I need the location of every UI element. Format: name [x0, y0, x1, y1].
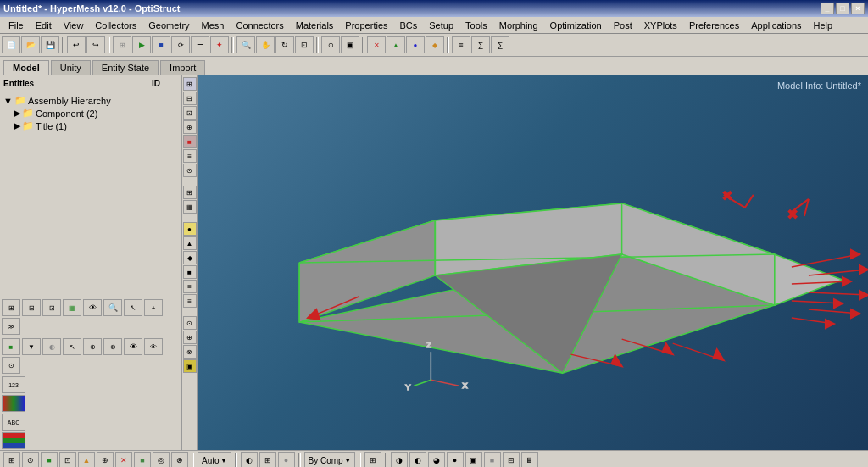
- menu-setup[interactable]: Setup: [424, 19, 459, 31]
- bt-btn-13[interactable]: ●: [278, 452, 295, 467]
- menu-xyplots[interactable]: XYPlots: [639, 19, 682, 31]
- bt-btn-14[interactable]: ⊞: [364, 452, 381, 467]
- panel-btn-e[interactable]: ⊕: [83, 338, 102, 355]
- menu-bcs[interactable]: BCs: [395, 19, 423, 31]
- menu-morphing[interactable]: Morphing: [494, 19, 543, 31]
- surf-btn-t[interactable]: ◆: [426, 36, 444, 53]
- side-icon-6[interactable]: ≡: [183, 149, 197, 163]
- menu-applications[interactable]: Applications: [746, 19, 806, 31]
- bt-btn-19[interactable]: ▣: [465, 452, 482, 467]
- rotate-btn[interactable]: ↻: [275, 36, 294, 53]
- menu-post[interactable]: Post: [609, 19, 637, 31]
- panel-btn-a[interactable]: ■: [2, 338, 20, 355]
- panel-btn-f[interactable]: ⊗: [103, 338, 122, 355]
- element-btn[interactable]: ▲: [387, 36, 405, 53]
- panel-btn-8[interactable]: ≫: [2, 318, 20, 335]
- view-btn-2[interactable]: ▣: [341, 36, 359, 53]
- panel-btn-g[interactable]: 👁: [124, 338, 142, 355]
- bt-btn-16[interactable]: ◐: [409, 452, 426, 467]
- panel-btn-b[interactable]: ▼: [22, 338, 41, 355]
- panel-btn-7[interactable]: +: [144, 299, 163, 316]
- menu-help[interactable]: Help: [809, 19, 838, 31]
- side-icon-9[interactable]: ▦: [183, 200, 197, 214]
- bt-btn-1[interactable]: ⊞: [3, 452, 20, 467]
- menu-mesh[interactable]: Mesh: [197, 19, 230, 31]
- panel-btn-1[interactable]: ⊞: [2, 299, 20, 316]
- component-btn[interactable]: ●: [406, 36, 425, 53]
- menu-properties[interactable]: Properties: [340, 19, 392, 31]
- maximize-button[interactable]: □: [836, 3, 849, 14]
- tool-btn-6[interactable]: ✦: [210, 36, 229, 53]
- panel-btn-3[interactable]: ⊡: [42, 299, 61, 316]
- tool-btn-4[interactable]: ⟳: [171, 36, 190, 53]
- extra-btn-1[interactable]: ≡: [452, 36, 470, 53]
- bycomp-dropdown[interactable]: By Comp ▼: [304, 452, 355, 467]
- side-icon-14[interactable]: ≡: [183, 280, 197, 293]
- bt-btn-7[interactable]: ✕: [115, 452, 132, 467]
- tree-item-component[interactable]: ▶ 📁 Component (2): [12, 107, 179, 120]
- menu-optimization[interactable]: Optimization: [545, 19, 607, 31]
- menu-connectors[interactable]: Connectors: [231, 19, 288, 31]
- bt-btn-monitor[interactable]: 🖥: [521, 452, 538, 467]
- menu-edit[interactable]: Edit: [31, 19, 57, 31]
- panel-btn-i[interactable]: ⊙: [2, 357, 20, 374]
- undo-button[interactable]: ↩: [67, 36, 86, 53]
- viewport[interactable]: Model Info: Untitled* 1CAE.COM: [198, 75, 868, 450]
- tool-btn-2[interactable]: ▶: [132, 36, 151, 53]
- bt-btn-9[interactable]: ◎: [153, 452, 170, 467]
- side-icon-16[interactable]: ⊙: [183, 316, 197, 330]
- side-icon-10[interactable]: ●: [183, 222, 197, 236]
- menu-materials[interactable]: Materials: [291, 19, 339, 31]
- zoom-btn[interactable]: 🔍: [236, 36, 255, 53]
- side-icon-15[interactable]: ≡: [183, 294, 197, 308]
- side-icon-13[interactable]: ■: [183, 265, 197, 279]
- tree-item-assembly[interactable]: ▼ 📁 Assembly Hierarchy: [2, 94, 179, 107]
- open-button[interactable]: 📂: [21, 36, 40, 53]
- side-icon-18[interactable]: ⊗: [183, 345, 197, 359]
- menu-collectors[interactable]: Collectors: [90, 19, 142, 31]
- side-icon-17[interactable]: ⊕: [183, 331, 197, 344]
- bt-btn-15[interactable]: ◑: [391, 452, 408, 467]
- panel-btn-5[interactable]: 👁: [83, 299, 102, 316]
- fit-btn[interactable]: ⊡: [295, 36, 314, 53]
- panel-btn-d[interactable]: ↖: [63, 338, 81, 355]
- bt-btn-5[interactable]: ▲: [78, 452, 95, 467]
- bt-btn-11[interactable]: ◐: [241, 452, 258, 467]
- bt-btn-3[interactable]: ■: [41, 452, 58, 467]
- panel-btn-2[interactable]: ⊟: [22, 299, 41, 316]
- side-btn-colored[interactable]: [2, 395, 25, 412]
- bt-btn-8[interactable]: ■: [134, 452, 151, 467]
- tool-btn-1[interactable]: ⊞: [113, 36, 131, 53]
- tab-model[interactable]: Model: [3, 60, 49, 75]
- bt-btn-18[interactable]: ●: [447, 452, 464, 467]
- menu-tools[interactable]: Tools: [460, 19, 492, 31]
- bt-btn-2[interactable]: ⊙: [22, 452, 39, 467]
- menu-view[interactable]: View: [58, 19, 89, 31]
- bt-btn-20[interactable]: ■: [484, 452, 501, 467]
- close-button[interactable]: ×: [851, 3, 865, 14]
- save-button[interactable]: 💾: [41, 36, 59, 53]
- panel-btn-4[interactable]: ▦: [63, 299, 81, 316]
- auto-dropdown[interactable]: Auto ▼: [198, 452, 231, 467]
- panel-btn-c[interactable]: ◐: [42, 338, 61, 355]
- bt-btn-21[interactable]: ⊟: [503, 452, 520, 467]
- panel-btn-cursor[interactable]: ↖: [124, 299, 142, 316]
- side-icon-4[interactable]: ⊕: [183, 120, 197, 134]
- side-icon-1[interactable]: ⊞: [183, 77, 197, 91]
- panel-btn-h[interactable]: 👁: [144, 338, 163, 355]
- menu-geometry[interactable]: Geometry: [143, 19, 194, 31]
- bt-btn-12[interactable]: ⊞: [259, 452, 276, 467]
- tool-btn-3[interactable]: ■: [152, 36, 170, 53]
- extra-btn-2[interactable]: ∑: [471, 36, 490, 53]
- side-icon-5[interactable]: ■: [183, 135, 197, 148]
- minimize-button[interactable]: _: [821, 3, 834, 14]
- bt-btn-4[interactable]: ⊡: [59, 452, 76, 467]
- tab-import[interactable]: Import: [160, 60, 205, 75]
- panel-btn-6[interactable]: 🔍: [103, 299, 122, 316]
- tab-unity[interactable]: Unity: [51, 60, 91, 75]
- side-icon-3[interactable]: ⊡: [183, 106, 197, 120]
- abc-btn[interactable]: ABC: [2, 414, 25, 431]
- side-icon-19[interactable]: ▣: [183, 359, 197, 373]
- pan-btn[interactable]: ✋: [256, 36, 275, 53]
- redo-button[interactable]: ↪: [86, 36, 105, 53]
